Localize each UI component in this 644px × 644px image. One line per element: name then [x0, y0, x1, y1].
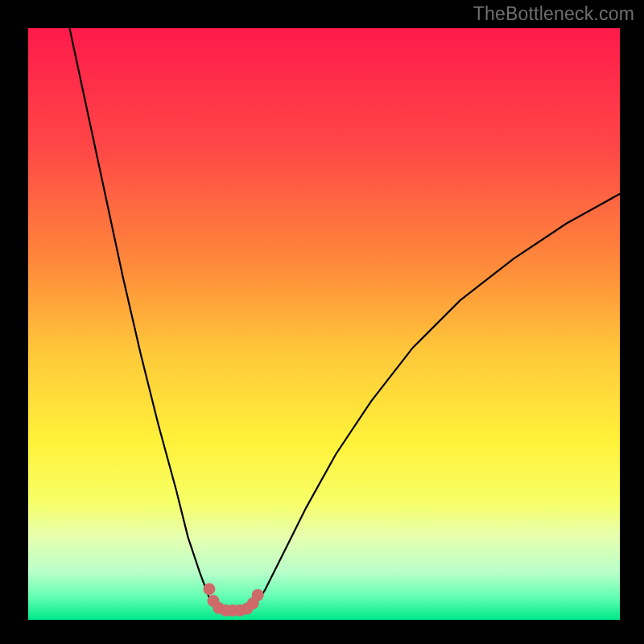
chart-frame: TheBottleneck.com: [0, 0, 644, 644]
valley-marker: [252, 589, 264, 601]
bottleneck-chart: [0, 0, 644, 644]
valley-marker: [203, 583, 215, 595]
plot-background: [28, 28, 620, 620]
